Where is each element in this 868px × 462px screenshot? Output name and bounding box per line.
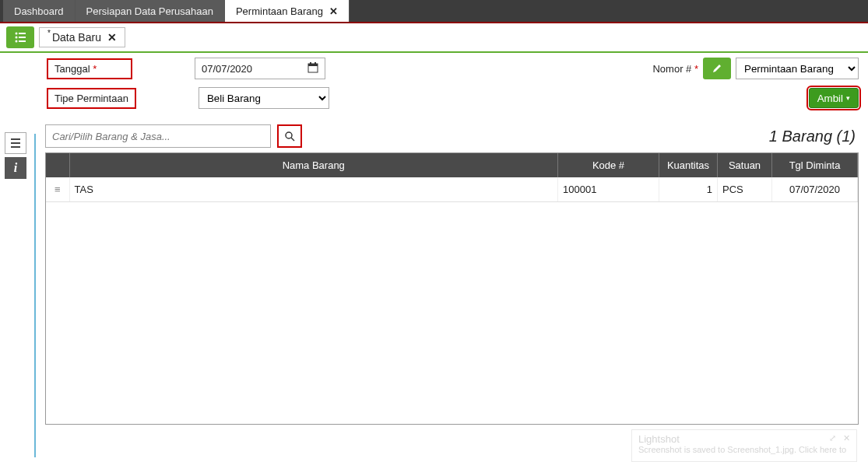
label-text: Tanggal (54, 63, 90, 75)
dirty-marker: * (47, 29, 51, 37)
close-icon[interactable]: ✕ (843, 433, 850, 443)
svg-rect-7 (308, 64, 318, 66)
side-list-icon[interactable] (5, 132, 26, 154)
tab-label: Permintaan Barang (236, 5, 323, 17)
svg-rect-1 (19, 33, 26, 34)
svg-rect-9 (315, 62, 316, 65)
label-tipe-permintaan: Tipe Permintaan (47, 88, 136, 109)
items-table: Nama Barang Kode # Kuantitas Satuan Tgl … (46, 153, 858, 202)
svg-rect-8 (310, 62, 311, 65)
calendar-icon[interactable] (307, 62, 318, 75)
close-icon[interactable]: ✕ (329, 5, 338, 17)
cell-nama: TAS (69, 177, 558, 202)
item-count-label: 1 Barang (1) (769, 128, 859, 145)
content-side-border (34, 134, 36, 457)
inner-tabbar: * Data Baru ✕ (0, 23, 868, 53)
svg-rect-10 (11, 138, 20, 140)
label-nomor: Nomor # * (652, 63, 698, 75)
tanggal-value: 07/07/2020 (202, 63, 252, 75)
label-text: Tipe Permintaan (54, 93, 128, 104)
cell-kuantitas: 1 (659, 177, 718, 202)
svg-point-4 (16, 40, 18, 43)
items-table-wrap: Nama Barang Kode # Kuantitas Satuan Tgl … (45, 152, 859, 425)
lightshot-toast: Lightshot Screenshot is saved to Screens… (631, 429, 857, 462)
svg-rect-12 (11, 146, 20, 148)
col-kuantitas[interactable]: Kuantitas (659, 153, 718, 177)
side-icon-bar: i (5, 132, 26, 179)
ambil-button[interactable]: Ambil ▾ (809, 88, 859, 108)
tab-persiapan[interactable]: Persiapan Data Perusahaan (76, 0, 225, 22)
svg-rect-5 (19, 40, 26, 42)
cell-tgl: 07/07/2020 (772, 177, 858, 202)
search-row: 1 Barang (1) (0, 124, 868, 152)
list-menu-button[interactable] (6, 26, 34, 48)
tab-label: Dashboard (14, 5, 64, 17)
cell-satuan: PCS (718, 177, 772, 202)
table-row[interactable]: ≡TAS1000011PCS07/07/2020 (46, 177, 858, 202)
required-marker: * (93, 63, 97, 75)
close-icon[interactable]: ✕ (107, 31, 117, 44)
form-area: Tanggal * 07/07/2020 Nomor # * Permintaa… (0, 53, 868, 124)
svg-point-2 (16, 37, 18, 39)
table-body: ≡TAS1000011PCS07/07/2020 (46, 177, 858, 202)
label-text: Nomor # (652, 63, 691, 75)
row-handle-icon[interactable]: ≡ (46, 177, 69, 202)
inner-tab-data-baru[interactable]: * Data Baru ✕ (39, 27, 125, 47)
lightshot-message: Screenshot is saved to Screenshot_1.jpg.… (638, 445, 850, 454)
cell-kode: 100001 (558, 177, 659, 202)
tab-permintaan-barang[interactable]: Permintaan Barang ✕ (225, 0, 350, 22)
col-satuan[interactable]: Satuan (718, 153, 772, 177)
tab-label: Persiapan Data Perusahaan (86, 5, 213, 17)
svg-rect-11 (11, 142, 20, 144)
chevron-down-icon: ▾ (846, 94, 850, 102)
edit-nomor-button[interactable] (703, 58, 731, 79)
svg-rect-3 (19, 37, 26, 38)
tipe-permintaan-select[interactable]: Beli Barang (199, 87, 329, 109)
ambil-label: Ambil (817, 93, 843, 104)
col-nama[interactable]: Nama Barang (69, 153, 558, 177)
search-icon (284, 131, 295, 142)
col-kode[interactable]: Kode # (558, 153, 659, 177)
main-tabbar: Dashboard Persiapan Data Perusahaan Perm… (0, 0, 868, 23)
table-header: Nama Barang Kode # Kuantitas Satuan Tgl … (46, 153, 858, 177)
tab-dashboard[interactable]: Dashboard (3, 0, 76, 22)
required-marker: * (694, 63, 698, 75)
svg-line-14 (291, 138, 294, 141)
search-button[interactable] (277, 124, 302, 148)
col-handle (46, 153, 69, 177)
search-input[interactable] (45, 124, 271, 148)
label-tanggal: Tanggal * (47, 58, 132, 79)
inner-tab-label: Data Baru (52, 31, 101, 44)
nomor-select[interactable]: Permintaan Barang (736, 58, 859, 79)
svg-point-0 (16, 33, 18, 35)
col-tgl[interactable]: Tgl Diminta (772, 153, 858, 177)
pin-icon[interactable]: ⤢ (829, 433, 836, 443)
tanggal-field[interactable]: 07/07/2020 (195, 58, 325, 79)
svg-point-13 (286, 132, 292, 138)
side-info-icon[interactable]: i (5, 157, 26, 179)
lightshot-title: Lightshot (638, 433, 850, 445)
